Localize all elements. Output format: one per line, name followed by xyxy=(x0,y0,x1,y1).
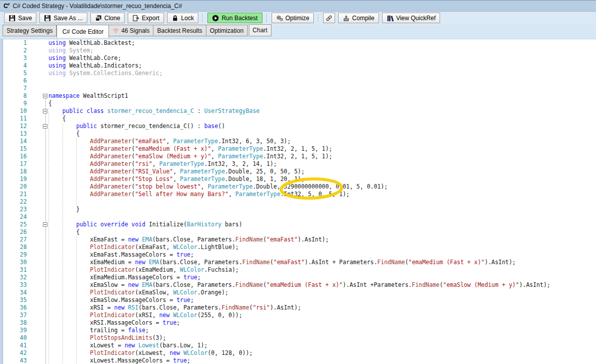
code-line[interactable]: 33 xEmaSlow = new EMA(bars.Close, Parame… xyxy=(3,281,596,289)
code-line[interactable]: 21 AddParameter("Sell after How many Bar… xyxy=(3,191,596,198)
code-line[interactable]: 11 { xyxy=(3,115,596,123)
code-line[interactable]: 43 xLowest.MassageColors = true; xyxy=(3,357,596,364)
clone-button[interactable]: Clone xyxy=(90,13,125,23)
code-editor[interactable]: 1using WealthLab.Backtest;2using System;… xyxy=(3,39,596,364)
fold-margin xyxy=(27,312,48,319)
code-line[interactable]: 27 xEmaFast = new EMA(bars.Close, Parame… xyxy=(3,236,596,244)
view-quickref-button[interactable]: View QuickRef xyxy=(382,13,440,23)
tab-signals[interactable]: 46 Signals xyxy=(109,25,153,36)
button-label: Save xyxy=(18,15,32,22)
compile-button[interactable]: Compile xyxy=(338,13,379,23)
indent-guide xyxy=(48,274,49,281)
code-line[interactable]: 23 } xyxy=(3,206,596,213)
code-line[interactable]: 29 xEmaFast.MassageColors = true; xyxy=(3,251,596,259)
code-line[interactable]: 39 trailing = false; xyxy=(3,327,596,334)
indent-guide xyxy=(48,221,49,228)
code-line[interactable]: 42 PlotIndicator(xLowest, new WLColor(0,… xyxy=(3,349,596,357)
code-line[interactable]: 40 PlotStopsAndLimits(3); xyxy=(3,334,596,342)
code-line[interactable]: 16 AddParameter("emaSlow (Medium + y)", … xyxy=(3,153,596,160)
code-line[interactable]: 22 xyxy=(3,198,596,206)
code-line[interactable]: 37 PlotIndicator(xRSI, new WLColor(255, … xyxy=(3,312,596,319)
code-line[interactable]: 32 xEmaMedium.MassageColors = true; xyxy=(3,274,596,281)
code-line[interactable]: 4using WealthLab.Indicators; xyxy=(3,62,596,70)
tab-csharp-code-editor[interactable]: C# Code Editor xyxy=(57,25,109,38)
code-line[interactable]: 9{ xyxy=(3,100,596,107)
indent-guide xyxy=(48,123,49,130)
code-line[interactable]: 10 public class stormer_recuo_tendencia_… xyxy=(3,107,596,115)
code-line[interactable]: 7 xyxy=(3,85,596,92)
fold-margin xyxy=(27,327,48,334)
code-line[interactable]: 35 xEmaSlow.MassageColors = true; xyxy=(3,296,596,304)
lock-button[interactable]: Lock xyxy=(167,13,198,23)
code-line[interactable]: 2using System; xyxy=(3,47,596,54)
line-number: 34 xyxy=(3,289,27,296)
code-line[interactable]: 36 xRSI = new RSI(bars.Close, Parameters… xyxy=(3,304,596,312)
code-line[interactable]: 28 PlotIndicator(xEmaFast, WLColor.Light… xyxy=(3,244,596,251)
code-line[interactable]: 24 xyxy=(3,213,596,221)
indent-guide xyxy=(63,274,63,281)
fold-margin xyxy=(27,70,48,77)
optimize-button[interactable]: Optimize xyxy=(272,13,314,23)
code-line[interactable]: 20 AddParameter("stop below lowest", Par… xyxy=(3,183,596,191)
code-line[interactable]: 34 PlotIndicator(xEmaSlow, WLColor.Orang… xyxy=(3,289,596,296)
tab-chart[interactable]: Chart xyxy=(249,24,272,36)
run-backtest-button[interactable]: Run Backtest xyxy=(207,13,262,23)
code-line[interactable]: 18 AddParameter("RSI_Value", ParameterTy… xyxy=(3,168,596,175)
code-text: using System; xyxy=(48,47,596,54)
save-button[interactable]: Save xyxy=(4,13,36,23)
line-number: 6 xyxy=(3,77,27,85)
code-text: xEmaFast = new EMA(bars.Close, Parameter… xyxy=(48,236,596,244)
code-text: AddParameter("stop below lowest", Parame… xyxy=(48,183,596,191)
code-line[interactable]: 30 xEmaMedium = new EMA(bars.Close, Para… xyxy=(3,259,596,266)
code-line[interactable]: 15 AddParameter("emaMedium (Fast + x)", … xyxy=(3,145,596,153)
fold-toggle[interactable] xyxy=(43,94,47,98)
code-line[interactable]: 41 xLowest = new Lowest(bars.Low, 1); xyxy=(3,342,596,349)
code-line[interactable]: 26 { xyxy=(3,228,596,236)
window-title: C# Coded Strategy - Volatilidade\stormer… xyxy=(13,3,182,10)
code-line[interactable]: 31 PlotIndicator(xEmaMedium, WLColor.Fuc… xyxy=(3,266,596,274)
line-number: 18 xyxy=(3,168,27,175)
wifi-icon xyxy=(113,27,119,34)
code-line[interactable]: 13 { xyxy=(3,130,596,138)
line-number: 3 xyxy=(3,54,27,62)
fold-margin xyxy=(27,296,48,304)
export-button[interactable]: Export xyxy=(128,13,164,23)
floppy-icon xyxy=(44,15,51,22)
line-number: 24 xyxy=(3,213,27,221)
indent-guide xyxy=(48,213,49,221)
indent-guide xyxy=(63,244,63,251)
code-line[interactable]: 8namespace WealthScript1 xyxy=(3,92,596,100)
line-number: 23 xyxy=(3,206,27,213)
fold-margin xyxy=(27,274,48,281)
tab-optimization[interactable]: Optimization xyxy=(206,25,248,36)
code-line[interactable]: 38 xRSI.MassageColors = true; xyxy=(3,319,596,327)
link-button[interactable] xyxy=(323,13,335,23)
indent-guide xyxy=(63,168,63,175)
indent-guide xyxy=(76,342,77,349)
save-as-button[interactable]: Save As ... xyxy=(39,13,87,23)
fold-toggle[interactable] xyxy=(43,222,47,227)
code-text xyxy=(48,85,596,92)
code-line[interactable]: 6 xyxy=(3,77,596,85)
code-line[interactable]: 3using WealthLab.Core; xyxy=(3,54,596,62)
code-line[interactable]: 12 public stormer_recuo_tendencia_C() : … xyxy=(3,123,596,130)
code-line[interactable]: 1using WealthLab.Backtest; xyxy=(3,39,596,47)
fold-toggle[interactable] xyxy=(43,124,47,129)
fold-toggle[interactable] xyxy=(43,109,47,113)
tab-strategy-settings[interactable]: Strategy Settings xyxy=(3,25,57,36)
code-text: using WealthLab.Indicators; xyxy=(48,62,596,70)
code-line[interactable]: 25 public override void Initialize(BarHi… xyxy=(3,221,596,228)
code-line[interactable]: 19 AddParameter("Stop Loss", ParameterTy… xyxy=(3,175,596,183)
fold-margin xyxy=(27,319,48,327)
indent-guide xyxy=(48,296,49,304)
code-line[interactable]: 14 AddParameter("emaFast", ParameterType… xyxy=(3,138,596,145)
compile-icon xyxy=(343,15,350,22)
indent-guide xyxy=(48,304,49,312)
indent-guide xyxy=(63,123,63,130)
code-line[interactable]: 5using System.Collections.Generic; xyxy=(3,70,596,77)
indent-guide xyxy=(48,168,49,175)
fold-margin xyxy=(27,228,48,236)
indent-guide xyxy=(76,168,77,175)
code-line[interactable]: 17 AddParameter("rsi", ParameterType.Int… xyxy=(3,160,596,168)
tab-backtest-results[interactable]: Backtest Results xyxy=(153,25,206,36)
